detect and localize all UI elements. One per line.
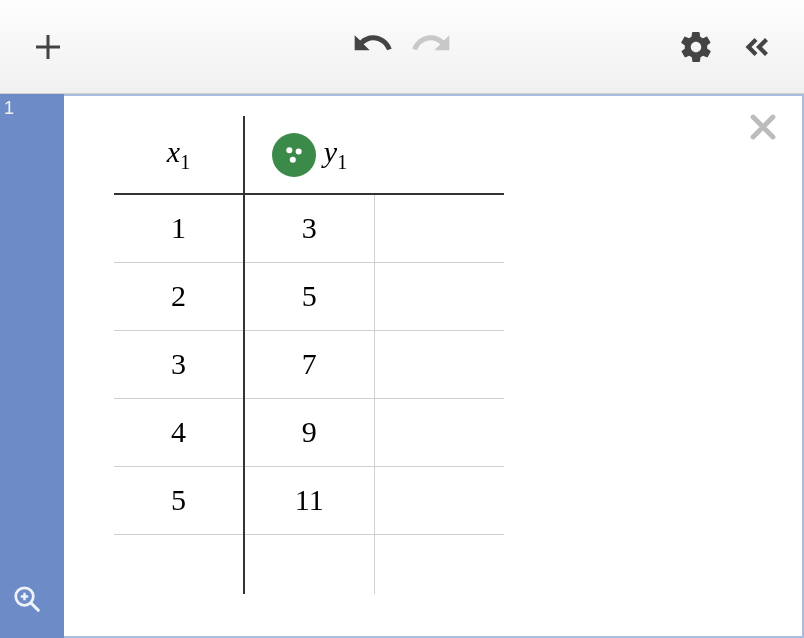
cell[interactable]: 3: [114, 330, 244, 398]
cell[interactable]: 3: [244, 194, 374, 262]
scatter-points-icon: [280, 141, 308, 169]
cell[interactable]: 11: [244, 466, 374, 534]
close-button[interactable]: [746, 110, 780, 148]
cell[interactable]: [244, 534, 374, 594]
settings-button[interactable]: [676, 27, 716, 67]
svg-point-6: [290, 156, 296, 162]
svg-point-5: [295, 148, 301, 154]
cell[interactable]: [374, 330, 504, 398]
cell[interactable]: 7: [244, 330, 374, 398]
plus-icon: [30, 29, 66, 65]
undo-icon: [353, 27, 393, 67]
table-row[interactable]: 3 7: [114, 330, 504, 398]
plot-toggle[interactable]: [272, 133, 316, 177]
cell[interactable]: 9: [244, 398, 374, 466]
svg-line-1: [31, 603, 38, 610]
cell[interactable]: [374, 194, 504, 262]
undo-button[interactable]: [353, 27, 393, 67]
cell[interactable]: 4: [114, 398, 244, 466]
column-header-empty[interactable]: [374, 116, 504, 194]
close-icon: [746, 110, 780, 144]
redo-button: [411, 27, 451, 67]
data-table[interactable]: x1 y1: [114, 116, 504, 594]
svg-point-4: [286, 147, 292, 153]
collapse-button[interactable]: [736, 27, 776, 67]
cell[interactable]: [114, 534, 244, 594]
column-header-y[interactable]: y1: [244, 116, 374, 194]
expression-sidebar[interactable]: 1: [0, 94, 64, 638]
cell[interactable]: [374, 534, 504, 594]
toolbar: [0, 0, 804, 94]
cell[interactable]: 1: [114, 194, 244, 262]
table-row[interactable]: 5 11: [114, 466, 504, 534]
expression-index: 1: [4, 98, 14, 119]
cell[interactable]: 2: [114, 262, 244, 330]
gear-icon: [678, 29, 714, 65]
table-panel: x1 y1: [64, 94, 804, 638]
table-row[interactable]: 1 3: [114, 194, 504, 262]
cell[interactable]: 5: [114, 466, 244, 534]
add-button[interactable]: [28, 27, 68, 67]
cell[interactable]: 5: [244, 262, 374, 330]
table-row[interactable]: 2 5: [114, 262, 504, 330]
table-row[interactable]: 4 9: [114, 398, 504, 466]
cell[interactable]: [374, 466, 504, 534]
table-row-empty[interactable]: [114, 534, 504, 594]
workspace: 1 x1: [0, 94, 804, 638]
column-header-x[interactable]: x1: [114, 116, 244, 194]
redo-icon: [411, 27, 451, 67]
zoom-fit-button[interactable]: [12, 584, 42, 618]
cell[interactable]: [374, 262, 504, 330]
chevron-double-left-icon: [738, 29, 774, 65]
zoom-plus-icon: [12, 584, 42, 614]
cell[interactable]: [374, 398, 504, 466]
